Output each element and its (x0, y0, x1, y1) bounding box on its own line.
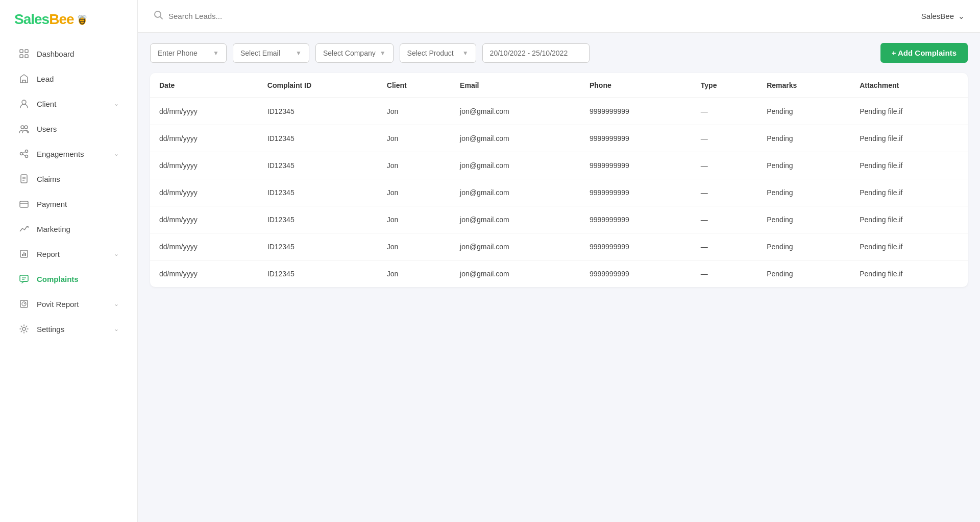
payment-icon (18, 198, 30, 209)
cell-email: jon@gmail.com (451, 98, 580, 125)
email-filter-label: Select Email (240, 49, 291, 57)
table-row[interactable]: dd/mm/yyyy ID12345 Jon jon@gmail.com 999… (150, 233, 968, 260)
cell-complaint-id: ID12345 (258, 179, 378, 206)
sidebar-item-payment[interactable]: Payment (4, 192, 133, 216)
table-row[interactable]: dd/mm/yyyy ID12345 Jon jon@gmail.com 999… (150, 98, 968, 125)
product-filter-label: Select Product (407, 49, 458, 57)
complaints-table: Date Complaint ID Client Email Phone Typ… (150, 73, 968, 287)
svg-point-13 (20, 153, 23, 155)
sidebar-label-users: Users (37, 125, 57, 133)
topbar: SalesBee ⌄ (138, 0, 980, 33)
sidebar-item-povit-report[interactable]: Povit Report ⌄ (4, 292, 133, 316)
filter-bar: Enter Phone ▼ Select Email ▼ Select Comp… (150, 43, 968, 63)
sidebar-label-engagements: Engagements (37, 150, 84, 158)
claims-icon (18, 173, 30, 184)
complaints-icon (18, 273, 30, 284)
sidebar-label-claims: Claims (37, 175, 60, 183)
add-complaints-button[interactable]: + Add Complaints (880, 43, 968, 63)
table-row[interactable]: dd/mm/yyyy ID12345 Jon jon@gmail.com 999… (150, 260, 968, 288)
cell-client: Jon (378, 206, 451, 233)
sidebar-label-marketing: Marketing (37, 225, 70, 233)
svg-rect-25 (22, 254, 23, 256)
cell-attachment: Pending file.if (850, 152, 968, 179)
svg-rect-8 (20, 55, 23, 58)
col-header-attachment: Attachment (850, 73, 968, 98)
cell-phone: 9999999999 (580, 233, 692, 260)
sidebar-item-complaints[interactable]: Complaints (4, 267, 133, 291)
logo: SalesBee (0, 0, 137, 37)
svg-rect-28 (20, 275, 28, 281)
povit-icon (18, 298, 30, 310)
main-area: SalesBee ⌄ Enter Phone ▼ Select Email ▼ … (138, 0, 980, 522)
cell-email: jon@gmail.com (451, 206, 580, 233)
date-range-filter[interactable]: 20/10/2022 - 25/10/2022 (482, 43, 590, 63)
cell-attachment: Pending file.if (850, 233, 968, 260)
cell-complaint-id: ID12345 (258, 233, 378, 260)
svg-rect-9 (25, 55, 28, 58)
search-wrap (153, 10, 921, 22)
logo-sales: Sales (14, 11, 49, 27)
cell-email: jon@gmail.com (451, 260, 580, 288)
sidebar-item-dashboard[interactable]: Dashboard (4, 41, 133, 66)
chevron-down-icon: ⌄ (114, 150, 119, 157)
svg-rect-27 (25, 253, 26, 256)
page-content: Enter Phone ▼ Select Email ▼ Select Comp… (138, 33, 980, 522)
cell-phone: 9999999999 (580, 179, 692, 206)
cell-client: Jon (378, 233, 451, 260)
search-icon (153, 10, 163, 22)
user-menu[interactable]: SalesBee ⌄ (921, 12, 965, 21)
table-row[interactable]: dd/mm/yyyy ID12345 Jon jon@gmail.com 999… (150, 206, 968, 233)
company-filter[interactable]: Select Company ▼ (315, 43, 394, 63)
email-filter[interactable]: Select Email ▼ (233, 43, 309, 63)
cell-date: dd/mm/yyyy (150, 152, 258, 179)
svg-rect-7 (25, 50, 28, 53)
engagements-icon (18, 148, 30, 159)
user-chevron-icon: ⌄ (958, 12, 965, 21)
sidebar-item-marketing[interactable]: Marketing (4, 217, 133, 241)
report-icon (18, 248, 30, 259)
logo-text: SalesBee (14, 11, 74, 28)
sidebar-item-client[interactable]: Client ⌄ (4, 91, 133, 116)
product-filter[interactable]: Select Product ▼ (400, 43, 476, 63)
sidebar-item-claims[interactable]: Claims (4, 167, 133, 191)
client-icon (18, 98, 30, 109)
table-row[interactable]: dd/mm/yyyy ID12345 Jon jon@gmail.com 999… (150, 125, 968, 152)
sidebar-nav: Dashboard Lead Client ⌄ Users (0, 37, 137, 522)
cell-client: Jon (378, 152, 451, 179)
cell-complaint-id: ID12345 (258, 125, 378, 152)
cell-type: — (692, 233, 757, 260)
sidebar-item-lead[interactable]: Lead (4, 66, 133, 91)
cell-date: dd/mm/yyyy (150, 233, 258, 260)
lead-icon (18, 73, 30, 84)
col-header-remarks: Remarks (757, 73, 850, 98)
user-label: SalesBee (921, 12, 954, 20)
sidebar-item-engagements[interactable]: Engagements ⌄ (4, 141, 133, 166)
cell-phone: 9999999999 (580, 125, 692, 152)
logo-bee: B (49, 11, 59, 27)
col-header-type: Type (692, 73, 757, 98)
cell-complaint-id: ID12345 (258, 98, 378, 125)
sidebar-label-complaints: Complaints (37, 275, 79, 283)
sidebar-label-report: Report (37, 250, 60, 258)
table-row[interactable]: dd/mm/yyyy ID12345 Jon jon@gmail.com 999… (150, 179, 968, 206)
cell-phone: 9999999999 (580, 98, 692, 125)
svg-point-15 (26, 155, 28, 158)
cell-date: dd/mm/yyyy (150, 98, 258, 125)
chevron-down-icon: ▼ (213, 50, 219, 57)
chevron-down-icon: ⌄ (114, 325, 119, 333)
sidebar-item-report[interactable]: Report ⌄ (4, 242, 133, 266)
svg-line-17 (23, 154, 26, 156)
settings-icon (18, 323, 30, 335)
phone-filter[interactable]: Enter Phone ▼ (150, 43, 227, 63)
table-row[interactable]: dd/mm/yyyy ID12345 Jon jon@gmail.com 999… (150, 152, 968, 179)
sidebar-item-users[interactable]: Users (4, 116, 133, 141)
col-header-date: Date (150, 73, 258, 98)
svg-rect-22 (20, 201, 28, 207)
cell-remarks: Pending (757, 98, 850, 125)
sidebar: SalesBee Dashboard Lead (0, 0, 138, 522)
search-input[interactable] (168, 12, 322, 20)
svg-point-14 (26, 150, 28, 153)
company-filter-label: Select Company (323, 49, 376, 57)
cell-date: dd/mm/yyyy (150, 179, 258, 206)
sidebar-item-settings[interactable]: Settings ⌄ (4, 317, 133, 341)
